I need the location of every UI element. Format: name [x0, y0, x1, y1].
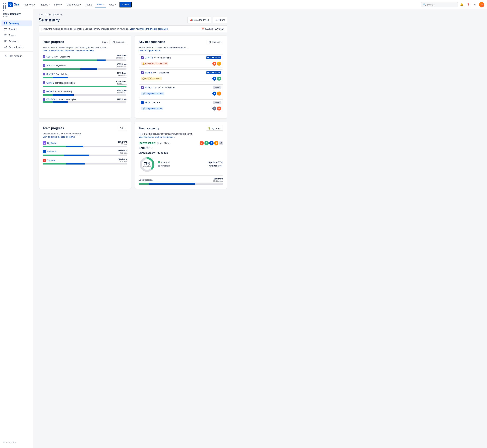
- issue-percent: 12% Done: [117, 89, 127, 92]
- settings-icon[interactable]: ⚙: [472, 2, 478, 7]
- jira-logo[interactable]: Jira: [8, 2, 19, 7]
- sprint-progress-pts: 10/23 points: [213, 180, 223, 182]
- sidebar-item-releases[interactable]: Releases: [1, 38, 32, 44]
- issue-key[interactable]: SLYT-1: [46, 56, 53, 58]
- issue-progress-bar: [43, 77, 127, 78]
- epic-filter[interactable]: Epic ▾: [100, 40, 110, 44]
- team-row: S Slytherin 28% Done 4/14 epic: [43, 158, 127, 165]
- help-icon[interactable]: ❓: [466, 2, 471, 7]
- team-progress-desc: Select a team to view it on your timelin…: [43, 132, 127, 135]
- sidebar-item-label: Releases: [9, 40, 18, 42]
- dep-priority-icon: ≡: [212, 106, 216, 111]
- team-capacity-team-filter[interactable]: 🐍 Slytherin ▾: [206, 126, 223, 131]
- dep-status-filter[interactable]: All statuses ▾: [207, 40, 223, 44]
- team-capacity-link[interactable]: View this team's work on the timeline.: [139, 136, 223, 138]
- svg-point-9: [6, 34, 7, 35]
- sidebar-item-teams[interactable]: Teams: [1, 32, 32, 38]
- team-percent: 25% Done: [118, 149, 127, 152]
- dep-key[interactable]: SLYT-2: [145, 86, 152, 89]
- sidebar-item-label: Summary: [9, 22, 19, 24]
- dep-name: Create a booking: [154, 56, 170, 59]
- dep-status: TO DO: [213, 101, 221, 104]
- svg-rect-5: [4, 28, 7, 29]
- learn-more-link[interactable]: Learn how these insights are calculated.: [130, 28, 168, 30]
- capacity-visual: 77% Allocated Allocated 23 points (77%): [139, 156, 223, 173]
- date-range: 📅 5/Jul/23 - 15/Aug/23: [202, 28, 225, 30]
- team-epic-filter[interactable]: Epic ▾: [118, 126, 127, 130]
- info-icon[interactable]: i: [150, 147, 152, 149]
- chevron-icon: ▾: [34, 4, 35, 6]
- share-button[interactable]: ↗ Share: [213, 17, 227, 23]
- dep-link[interactable]: View all dependencies.: [139, 49, 223, 52]
- breadcrumb-plans[interactable]: Plans: [39, 13, 44, 16]
- app-layout: Travel Company Plans Summary Timeline Te…: [0, 9, 487, 448]
- available-dot: [158, 165, 160, 167]
- chevron-icon: ▾: [220, 128, 221, 129]
- issue-key[interactable]: SLYT-2: [46, 64, 53, 67]
- allocated-legend-row: Allocated 23 points (77%): [158, 161, 223, 163]
- breadcrumb-company[interactable]: Travel Company: [47, 13, 62, 16]
- calendar-icon: 📅: [202, 28, 204, 30]
- dep-key[interactable]: GRYF-3: [145, 56, 153, 59]
- nav-apps[interactable]: Apps ▾: [107, 2, 117, 7]
- team-progress-link[interactable]: View all issues grouped by teams.: [43, 136, 127, 138]
- team-progress-title: Team progress: [43, 127, 64, 130]
- dep-status: IN PROGRESS: [206, 71, 221, 74]
- svg-rect-4: [6, 24, 7, 24]
- dep-avatar: EF: [217, 106, 221, 111]
- sidebar-item-plan-settings[interactable]: ⚙ Plan settings: [1, 53, 32, 59]
- nav-projects[interactable]: Projects ▾: [38, 2, 51, 7]
- issue-key[interactable]: GRYF-3: [46, 90, 54, 93]
- sprint-dates: 8/Nov - 22/Nov: [157, 142, 170, 144]
- create-button[interactable]: Create: [119, 2, 132, 8]
- active-sprint-badge: ACTIVE SPRINT: [139, 142, 156, 144]
- issue-key[interactable]: SLYT-27: [46, 73, 55, 75]
- app-switcher-icon[interactable]: [3, 3, 7, 7]
- dependencies-icon: [4, 46, 7, 49]
- issue-key[interactable]: GRYF-30: [46, 98, 56, 101]
- nav-plans[interactable]: Plans ▾: [95, 2, 106, 8]
- sidebar: Travel Company Plans Summary Timeline Te…: [0, 9, 33, 448]
- status-filter[interactable]: All statuses ▾: [111, 40, 127, 44]
- search-bar[interactable]: 🔍: [421, 2, 458, 7]
- chevron-icon: ▾: [80, 4, 81, 6]
- dep-name: MVP Breakdown: [153, 72, 169, 74]
- chevron-icon: ▾: [103, 3, 104, 5]
- team-label[interactable]: H Hufflepuff: [43, 150, 56, 153]
- chevron-icon: ▾: [49, 4, 49, 6]
- team-label[interactable]: G Gryffindor: [43, 141, 57, 144]
- sidebar-company: Travel Company: [3, 13, 30, 15]
- issue-key[interactable]: GRYF-1: [46, 82, 54, 84]
- issue-percent: 45% Done: [116, 63, 127, 65]
- sidebar-item-timeline[interactable]: Timeline: [1, 26, 32, 32]
- issue-progress-desc: Select an issue to see it on your timeli…: [43, 46, 127, 49]
- issue-count: 5/40 issues: [117, 74, 127, 76]
- dep-avatar: CD: [217, 92, 221, 96]
- sidebar-item-summary[interactable]: Summary: [1, 20, 32, 26]
- issue-name: Integrations: [54, 64, 66, 67]
- sprint-progress-label: Sprint progress: [139, 179, 154, 181]
- sprint-progress-pct: 12% Done: [213, 178, 223, 180]
- sidebar-item-dependencies[interactable]: Dependencies: [1, 44, 32, 50]
- nav-your-work[interactable]: Your work ▾: [22, 2, 37, 7]
- sidebar-item-label: Plan settings: [9, 55, 22, 57]
- issue-progress-link[interactable]: View all issues at this hierarchy level …: [43, 49, 127, 52]
- team-label[interactable]: S Slytherin: [43, 159, 56, 162]
- team-progress-card: Team progress Epic ▾ Select a team to vi…: [39, 122, 131, 189]
- team-avatar: C: [209, 141, 214, 145]
- nav-dashboards[interactable]: Dashboards ▾: [65, 2, 82, 7]
- dep-badge: ✦: [141, 86, 144, 89]
- slytherin-team-icon: 🐍: [208, 127, 211, 130]
- available-legend-row: Available 7 points (33%): [158, 165, 223, 167]
- notifications-icon[interactable]: 🔔: [459, 2, 464, 7]
- sprint-progress-section: Sprint progress 12% Done 10/23 points: [139, 176, 223, 185]
- search-input[interactable]: [427, 3, 452, 6]
- feedback-button[interactable]: 📣 Give feedback: [187, 17, 211, 23]
- dep-key[interactable]: TCI-5: [145, 101, 150, 104]
- dep-key[interactable]: SLYT-1: [145, 72, 152, 74]
- issue-count: 5/40 issues: [117, 92, 127, 94]
- team-count: 4/14 epic: [118, 160, 127, 162]
- user-avatar[interactable]: JD: [479, 2, 484, 7]
- nav-teams[interactable]: Teams: [84, 2, 94, 7]
- nav-filters[interactable]: Filters ▾: [53, 2, 64, 7]
